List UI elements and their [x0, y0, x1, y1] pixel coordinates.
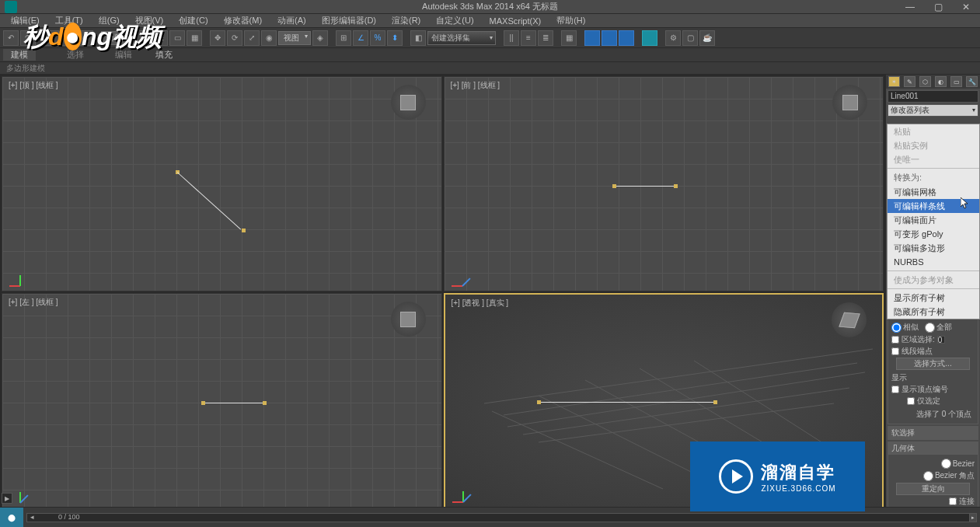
named-selection-set-dropdown[interactable]: 创建选择集 [427, 31, 496, 45]
schematic-button[interactable] [619, 30, 634, 46]
viewcube-top[interactable] [391, 85, 426, 120]
menu-editable-patch[interactable]: 可编辑面片 [888, 213, 979, 227]
time-arrow-right[interactable]: ▸ [969, 513, 977, 522]
bezier-radio[interactable]: Bezier [941, 459, 975, 469]
ribbon-tab-modeling[interactable]: 建模 [3, 49, 36, 61]
unlink-button[interactable]: ⛓̸ [61, 30, 76, 46]
menu-maxscript[interactable]: MAXScript(X) [485, 16, 546, 26]
layer-button[interactable]: ≣ [538, 30, 553, 46]
viewport-label-front[interactable]: [+] [前 ] [线框 ] [451, 80, 500, 91]
redo-button[interactable]: ↷ [20, 30, 36, 46]
bezier-corner-radio[interactable]: Bezier 角点 [923, 470, 975, 481]
object-name-field[interactable]: Line001 [888, 90, 978, 103]
line-object-left[interactable] [203, 403, 265, 403]
scale-button[interactable]: ⤢ [244, 30, 260, 46]
time-track[interactable]: ◂ 0 / 100 ▸ [26, 513, 977, 522]
area-select-checkbox[interactable]: 区域选择: [891, 334, 975, 345]
menu-render[interactable]: 渲染(R) [387, 15, 425, 26]
menu-make-ref[interactable]: 使成为参考对象 [888, 273, 979, 287]
spinner-snap[interactable]: ⬍ [387, 30, 403, 46]
dope-sheet-button[interactable] [602, 30, 617, 46]
align-button[interactable]: ≡ [521, 30, 536, 46]
move-button[interactable]: ✥ [210, 30, 225, 46]
selection-filter-dropdown[interactable]: 全部 [101, 31, 134, 45]
all-radio[interactable]: 全部 [925, 322, 952, 333]
undo-button[interactable]: ↶ [3, 30, 19, 46]
rotate-button[interactable]: ⟳ [227, 30, 242, 46]
viewport-expand-toggle[interactable]: ▶ [2, 493, 12, 504]
menu-animation[interactable]: 动画(A) [273, 15, 311, 26]
viewport-label-top[interactable]: [+] [顶 ] [线框 ] [9, 80, 58, 91]
rollout-geometry-header[interactable]: 几何体 [888, 442, 978, 455]
refine-button[interactable]: 重定向 [896, 483, 970, 495]
percent-snap[interactable]: % [370, 30, 385, 46]
material-editor-button[interactable] [642, 30, 657, 46]
utility-tab-icon[interactable]: 🔧 [966, 76, 978, 87]
viewport-label-persp[interactable]: [+] [透视 ] [真实 ] [452, 298, 509, 309]
line-object-persp[interactable] [539, 402, 716, 403]
ribbon-tab-fill[interactable]: 填充 [148, 49, 180, 61]
menu-help[interactable]: 帮助(H) [552, 15, 590, 26]
menu-group[interactable]: 组(G) [94, 15, 124, 26]
render-frame-button[interactable]: ▢ [682, 30, 698, 46]
menu-customize[interactable]: 自定义(U) [431, 15, 478, 26]
show-vert-num-checkbox[interactable]: 显示顶点编号 [891, 384, 975, 395]
time-arrow-left[interactable]: ◂ [30, 513, 34, 521]
timeline-scrub-button[interactable]: ⬤ [0, 508, 23, 527]
viewcube-persp[interactable] [832, 302, 867, 337]
rollout-geometry[interactable]: 几何体 Bezier Bezier 角点 重定向 连接 附加多个 [888, 441, 978, 510]
select-name-button[interactable]: ☰ [152, 30, 168, 46]
viewport-perspective[interactable]: [+] [透视 ] [真实 ] [444, 293, 884, 508]
placement-button[interactable]: ◉ [261, 30, 277, 46]
only-sel-checkbox[interactable]: 仅选定 [907, 396, 975, 407]
similar-radio[interactable]: 相似 [891, 322, 919, 333]
mirror-button[interactable]: || [504, 30, 519, 46]
viewcube-left[interactable] [391, 302, 426, 337]
menu-make-unique[interactable]: 使唯一 [888, 152, 979, 166]
create-tab-icon[interactable]: ✶ [888, 76, 900, 87]
line-object-front[interactable] [614, 186, 676, 187]
minimize-button[interactable]: — [896, 0, 924, 14]
menu-editable-mesh[interactable]: 可编辑网格 [888, 185, 979, 199]
menu-edit[interactable]: 编辑(E) [6, 15, 44, 26]
select-button[interactable]: ▭ [135, 30, 151, 46]
render-button[interactable]: ☕ [699, 30, 715, 46]
menu-show-sub[interactable]: 显示所有子树 [888, 291, 979, 305]
snap-toggle[interactable]: ⊞ [336, 30, 351, 46]
render-setup-button[interactable]: ⚙ [665, 30, 681, 46]
viewport-top[interactable]: [+] [顶 ] [线框 ] [2, 76, 442, 291]
curve-editor-button[interactable] [584, 30, 600, 46]
menu-nurbs[interactable]: NURBS [888, 255, 979, 269]
viewport-left[interactable]: [+] [左 ] [线框 ] [2, 293, 442, 508]
modify-tab-icon[interactable]: ✎ [904, 76, 915, 87]
connect-checkbox[interactable]: 连接 [891, 496, 975, 507]
viewcube-front[interactable] [832, 85, 867, 120]
angle-snap[interactable]: ∠ [353, 30, 368, 46]
menu-editable-gpoly[interactable]: 可变形 gPoly [888, 227, 979, 241]
rollout-soft-sel[interactable]: 软选择 [888, 426, 978, 440]
maximize-button[interactable]: ▢ [924, 0, 952, 14]
hierarchy-tab-icon[interactable]: ⬡ [919, 76, 931, 87]
link-button[interactable]: ⛓ [44, 30, 59, 46]
menu-hide-sub[interactable]: 隐藏所有子树 [888, 305, 979, 319]
rollout-soft-sel-header[interactable]: 软选择 [888, 427, 978, 439]
menu-create[interactable]: 创建(C) [174, 15, 212, 26]
pivot-button[interactable]: ◈ [312, 30, 328, 46]
ref-coord-dropdown[interactable]: 视图 [278, 31, 311, 45]
segment-end-checkbox[interactable]: 线段端点 [891, 346, 975, 357]
menu-view[interactable]: 视图(V) [131, 15, 169, 26]
modifier-list-dropdown[interactable]: 修改器列表 [888, 104, 978, 117]
menu-editable-spline[interactable]: 可编辑样条线 [888, 199, 979, 213]
menu-graph[interactable]: 图形编辑器(D) [317, 15, 381, 26]
display-tab-icon[interactable]: ▭ [950, 76, 962, 87]
menu-paste-instance[interactable]: 粘贴实例 [888, 138, 979, 152]
menu-paste[interactable]: 粘贴 [888, 124, 979, 138]
menu-tools[interactable]: 工具(T) [51, 15, 88, 26]
named-sel-button[interactable]: ◧ [410, 30, 426, 46]
menu-editable-poly[interactable]: 可编辑多边形 [888, 241, 979, 255]
window-crossing-button[interactable]: ▦ [187, 30, 202, 46]
viewport-front[interactable]: [+] [前 ] [线框 ] [444, 76, 884, 291]
line-object-top[interactable] [176, 170, 246, 232]
viewport-label-left[interactable]: [+] [左 ] [线框 ] [9, 297, 58, 308]
select-region-button[interactable]: ▭ [169, 30, 185, 46]
